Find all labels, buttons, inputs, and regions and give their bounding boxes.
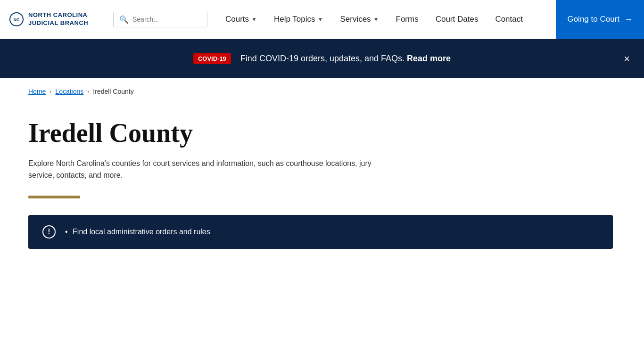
alert-banner: COVID-19 Find COVID-19 orders, updates, …: [0, 39, 644, 78]
nav-item-services[interactable]: Services ▼: [331, 0, 387, 39]
alert-text: Find COVID-19 orders, updates, and FAQs.…: [240, 54, 451, 64]
main-nav: Courts ▼ Help Topics ▼ Services ▼ Forms …: [217, 0, 556, 39]
search-icon: 🔍: [119, 15, 129, 24]
nav-item-help-topics[interactable]: Help Topics ▼: [265, 0, 331, 39]
chevron-down-icon: ▼: [318, 16, 323, 23]
page-title: Iredell County: [28, 119, 616, 148]
going-to-court-button[interactable]: Going to Court →: [556, 0, 644, 39]
breadcrumb-locations[interactable]: Locations: [55, 88, 83, 95]
alert-read-more-link[interactable]: Read more: [407, 54, 451, 63]
covid-badge: COVID-19: [193, 53, 231, 64]
chevron-down-icon: ▼: [251, 16, 257, 23]
nav-item-court-dates[interactable]: Court Dates: [427, 0, 487, 39]
admin-orders-link[interactable]: Find local administrative orders and rul…: [73, 228, 210, 236]
breadcrumb-home[interactable]: Home: [28, 88, 46, 95]
info-icon: !: [42, 225, 56, 239]
breadcrumb: Home › Locations › Iredell County: [0, 78, 644, 105]
breadcrumb-separator-1: ›: [50, 88, 51, 95]
header: NC NORTH CAROLINA JUDICIAL BRANCH 🔍 Cour…: [0, 0, 644, 39]
arrow-right-icon: →: [624, 15, 633, 25]
logo-area: NC NORTH CAROLINA JUDICIAL BRANCH: [0, 11, 104, 27]
breadcrumb-current: Iredell County: [93, 88, 133, 95]
page-description: Explore North Carolina's counties for co…: [28, 157, 387, 181]
nav-item-contact[interactable]: Contact: [487, 0, 531, 39]
search-box[interactable]: 🔍: [113, 12, 207, 27]
info-box: ! • Find local administrative orders and…: [28, 215, 613, 249]
logo-text: NORTH CAROLINA JUDICIAL BRANCH: [28, 11, 88, 27]
divider-bar: [28, 196, 80, 198]
breadcrumb-separator-2: ›: [87, 88, 89, 95]
info-box-content: • Find local administrative orders and r…: [65, 228, 210, 236]
main-content: Iredell County Explore North Carolina's …: [0, 105, 644, 268]
bullet-icon: •: [65, 228, 68, 236]
search-input[interactable]: [132, 16, 201, 23]
svg-text:NC: NC: [14, 17, 20, 22]
alert-close-button[interactable]: ×: [624, 54, 630, 64]
nav-item-courts[interactable]: Courts ▼: [217, 0, 265, 39]
chevron-down-icon: ▼: [373, 16, 379, 23]
nc-judicial-logo-icon: NC: [9, 12, 24, 26]
nav-item-forms[interactable]: Forms: [388, 0, 427, 39]
